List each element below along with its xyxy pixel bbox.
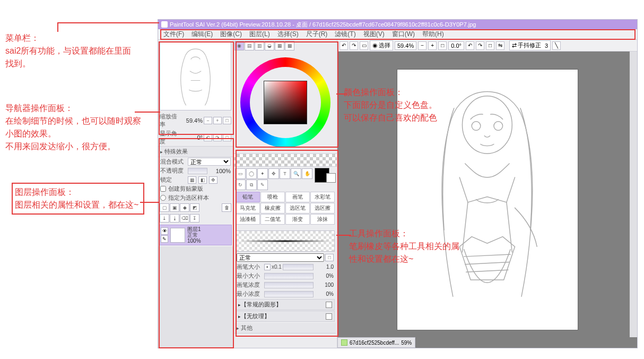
toolbar-angle-reset[interactable]: □ xyxy=(486,41,494,50)
toolbar-redo-button[interactable]: ↷ xyxy=(350,41,358,50)
nav-zoom-label: 缩放倍率 xyxy=(160,113,179,129)
brush-size-slider[interactable] xyxy=(283,264,314,270)
nav-zoom-in-button[interactable]: + xyxy=(213,117,222,124)
color-hsv-tab[interactable]: ▥ xyxy=(255,41,264,50)
menu-help[interactable]: 帮助(H) xyxy=(419,29,447,40)
brush-blend-select[interactable]: 正常 xyxy=(237,253,324,262)
toolbar-zoom-in[interactable]: + xyxy=(428,41,437,50)
selection-source-radio[interactable] xyxy=(160,195,166,201)
flatten-button[interactable]: ⭳ xyxy=(170,214,179,223)
delete-layer-button[interactable]: 🗑 xyxy=(222,203,231,212)
tool-move-icon[interactable]: ✥ xyxy=(268,168,279,179)
toolbar-zoom-display[interactable]: 59.4% xyxy=(395,41,416,50)
toolbar-flip-button[interactable]: ⇋ xyxy=(496,41,504,50)
toolbar-rotate-ccw[interactable]: ↶ xyxy=(466,41,474,50)
lock-pixels-button[interactable]: ▦ xyxy=(188,176,196,184)
toolbar-zoom-fit[interactable]: □ xyxy=(438,41,447,50)
nav-angle-reset-button[interactable]: □ xyxy=(223,134,231,141)
color-mixer-tab[interactable]: ◒ xyxy=(265,41,274,50)
brush-texture-row[interactable]: 【无纹理】 xyxy=(236,311,335,322)
toolbar-undo-button[interactable]: ↶ xyxy=(340,41,348,50)
menu-window[interactable]: 窗口(W) xyxy=(389,29,418,40)
color-sv-box[interactable] xyxy=(264,81,307,124)
new-folder-button[interactable]: ▣ xyxy=(170,203,179,212)
toolbar-zoom-out[interactable]: − xyxy=(418,41,427,50)
tool-brush-icon[interactable]: ✎ xyxy=(257,180,268,190)
tool-airbrush[interactable]: 喷枪 xyxy=(260,192,285,202)
menu-layer[interactable]: 图层(L) xyxy=(246,29,273,40)
tool-hand-icon[interactable]: ✋ xyxy=(302,168,312,179)
menu-file[interactable]: 文件(F) xyxy=(160,29,187,40)
canvas-paper[interactable] xyxy=(397,70,578,330)
nav-rotate-cw-button[interactable]: ↷ xyxy=(213,134,222,141)
layer-edit-icon[interactable]: ✎ xyxy=(161,235,168,243)
color-swatch-row[interactable] xyxy=(233,153,337,166)
toolbar-angle-display[interactable]: 0.0° xyxy=(448,41,464,50)
tool-eyedropper-icon[interactable]: ⧉ xyxy=(246,180,257,190)
tool-eraser[interactable]: 橡皮擦 xyxy=(260,203,285,213)
clear-layer-button[interactable]: ⌫ xyxy=(180,214,189,223)
tool-selpen[interactable]: 选区笔 xyxy=(285,203,310,213)
brush-mindensity-slider[interactable] xyxy=(264,291,314,297)
menu-image[interactable]: 图像(C) xyxy=(217,29,245,40)
tool-pencil[interactable]: 铅笔 xyxy=(236,192,260,202)
brush-shape-row[interactable]: 【常规的圆形】 xyxy=(236,299,335,310)
stabilizer-value[interactable]: 3 xyxy=(545,42,548,49)
tool-blur[interactable]: 涂抹 xyxy=(310,214,335,225)
navigator-thumbnail[interactable] xyxy=(160,41,231,110)
tool-other-header[interactable]: 其他 xyxy=(234,323,336,334)
canvas-scrollbar-vertical[interactable] xyxy=(630,52,637,337)
color-swatches-tab[interactable]: ▦ xyxy=(275,41,284,50)
document-tab-icon xyxy=(341,339,347,346)
tool-lasso-icon[interactable]: ◯ xyxy=(246,168,257,179)
menu-edit[interactable]: 编辑(E) xyxy=(188,29,216,40)
layer-fx-header[interactable]: 特殊效果 xyxy=(158,147,233,157)
new-layer-button[interactable]: ▢ xyxy=(160,203,169,212)
color-wheel-panel[interactable] xyxy=(233,52,337,153)
tool-marker[interactable]: 马克笔 xyxy=(236,203,260,213)
opacity-slider[interactable] xyxy=(188,168,207,174)
tool-bucket[interactable]: 油漆桶 xyxy=(236,214,260,225)
tool-watercolor[interactable]: 水彩笔 xyxy=(310,192,335,202)
background-color-swatch[interactable] xyxy=(326,173,336,183)
tool-brush[interactable]: 画笔 xyxy=(285,192,310,202)
color-scratchpad-tab[interactable]: ▩ xyxy=(285,41,294,50)
brush-density-slider[interactable] xyxy=(264,282,314,288)
tool-binarypen[interactable]: 二值笔 xyxy=(260,214,285,225)
blend-mode-select[interactable]: 正常 xyxy=(188,158,231,166)
tool-seleraser[interactable]: 选区擦 xyxy=(310,203,335,213)
lock-alpha-button[interactable]: ◧ xyxy=(198,176,207,184)
toolbar-line-button[interactable]: ╲ xyxy=(552,41,561,50)
clipping-mask-checkbox[interactable] xyxy=(160,186,166,192)
tool-wand-icon[interactable]: ✦ xyxy=(257,168,268,179)
tool-zoom-icon[interactable]: 🔍 xyxy=(291,168,301,179)
merge-down-button[interactable]: ⤓ xyxy=(160,214,169,223)
brush-minsize-slider[interactable] xyxy=(264,273,314,279)
nav-zoom-reset-button[interactable]: □ xyxy=(223,117,231,124)
toolbar-deselect-button[interactable]: ▭ xyxy=(360,41,368,50)
menu-select[interactable]: 选择(S) xyxy=(274,29,302,40)
tool-marquee-icon[interactable]: ▭ xyxy=(235,168,246,179)
nav-zoom-out-button[interactable]: − xyxy=(204,117,212,124)
toolbar-rotate-cw[interactable]: ↷ xyxy=(476,41,484,50)
document-tab[interactable]: 67d16cf2525bcdeff... 59% xyxy=(337,337,415,348)
layer-item[interactable]: 👁 ✎ 图层1 正常 100% xyxy=(159,225,232,245)
tool-rotate-icon[interactable]: ↻ xyxy=(235,180,246,190)
brush-size-scale-button[interactable]: ▪ xyxy=(264,264,271,270)
layer-visibility-icon[interactable]: 👁 xyxy=(161,227,168,235)
brush-blend-reset[interactable]: □ xyxy=(325,254,334,261)
canvas-viewport[interactable]: 67d16cf2525bcdeff... 59% xyxy=(337,52,637,348)
menubar[interactable]: 文件(F) 编辑(E) 图像(C) 图层(L) 选择(S) 尺子(R) 滤镜(T… xyxy=(158,29,637,40)
menu-view[interactable]: 视图(V) xyxy=(360,29,388,40)
color-wheel-tab[interactable]: ◉ xyxy=(234,41,244,50)
menu-filter[interactable]: 滤镜(T) xyxy=(332,29,359,40)
color-rgb-tab[interactable]: ▤ xyxy=(245,41,254,50)
transfer-down-button[interactable]: ↧ xyxy=(190,214,199,223)
tool-gradient[interactable]: 渐变 xyxy=(285,214,310,225)
lock-move-button[interactable]: ✥ xyxy=(209,176,217,184)
tool-text-icon[interactable]: T xyxy=(280,168,290,179)
menu-ruler[interactable]: 尺子(R) xyxy=(303,29,331,40)
layer-mask-button[interactable]: ◩ xyxy=(190,203,199,212)
nav-rotate-ccw-button[interactable]: ↶ xyxy=(204,134,212,141)
new-linework-button[interactable]: ◆ xyxy=(180,203,189,212)
